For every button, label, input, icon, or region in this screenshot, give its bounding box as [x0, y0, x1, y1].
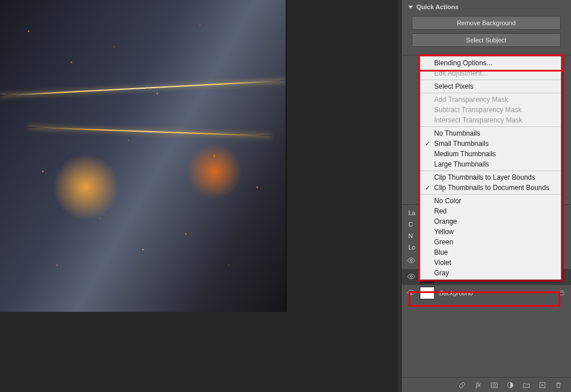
menu-item-clip-thumbnails-to-document-bounds[interactable]: Clip Thumbnails to Document Bounds [420, 183, 561, 193]
new-layer-icon[interactable] [538, 381, 547, 390]
layer-thumbnail[interactable] [420, 287, 435, 299]
canvas-area [0, 0, 398, 392]
delete-icon[interactable] [554, 381, 563, 390]
select-subject-button[interactable]: Select Subject [412, 33, 561, 47]
menu-item-red[interactable]: Red [420, 206, 561, 216]
svg-point-0 [410, 259, 412, 262]
menu-item-blue[interactable]: Blue [420, 247, 561, 258]
svg-point-5 [493, 383, 496, 386]
svg-rect-4 [491, 382, 498, 387]
menu-item-medium-thumbnails[interactable]: Medium Thumbnails [420, 149, 561, 159]
layer-context-menu[interactable]: Blending Options...Edit Adjustment...Sel… [420, 56, 561, 280]
menu-item-intersect-transparency-mask: Intersect Transparency Mask [420, 115, 561, 125]
quick-actions-panel: Quick Actions Remove Background Select S… [401, 0, 571, 56]
layer-row-background[interactable]: Background [401, 285, 571, 301]
svg-point-2 [410, 291, 412, 294]
visibility-toggle-icon[interactable] [407, 288, 415, 298]
collapse-icon[interactable] [408, 6, 413, 9]
lock-icon [558, 289, 565, 298]
visibility-toggle-icon[interactable] [407, 272, 415, 282]
layers-panel-footer: fx [401, 377, 571, 392]
adjustment-layer-icon[interactable] [506, 381, 515, 390]
menu-item-select-pixels[interactable]: Select Pixels [420, 81, 561, 92]
menu-item-edit-adjustment: Edit Adjustment... [420, 68, 561, 78]
layer-mask-icon[interactable] [490, 381, 499, 390]
layers-tab-clipped[interactable]: La [408, 209, 414, 216]
menu-item-yellow[interactable]: Yellow [420, 227, 561, 237]
quick-actions-title: Quick Actions [416, 3, 459, 10]
menu-item-clip-thumbnails-to-layer-bounds[interactable]: Clip Thumbnails to Layer Bounds [420, 172, 561, 183]
visibility-toggle-icon[interactable] [407, 256, 415, 266]
remove-background-button[interactable]: Remove Background [412, 16, 561, 30]
menu-item-large-thumbnails[interactable]: Large Thumbnails [420, 159, 561, 169]
svg-point-1 [410, 275, 412, 278]
menu-item-subtract-transparency-mask: Subtract Transparency Mask [420, 105, 561, 115]
svg-rect-3 [560, 292, 564, 295]
fx-icon[interactable]: fx [474, 381, 483, 390]
layer-name[interactable]: Background [439, 290, 473, 296]
menu-item-blending-options[interactable]: Blending Options... [420, 58, 561, 68]
menu-item-gray[interactable]: Gray [420, 268, 561, 278]
menu-item-green[interactable]: Green [420, 237, 561, 247]
document-canvas[interactable] [0, 0, 286, 312]
link-layers-icon[interactable] [458, 381, 467, 390]
menu-item-orange[interactable]: Orange [420, 216, 561, 227]
menu-item-small-thumbnails[interactable]: Small Thumbnails [420, 138, 561, 149]
group-icon[interactable] [522, 381, 531, 390]
menu-item-add-transparency-mask: Add Transparency Mask [420, 94, 561, 105]
menu-item-no-color[interactable]: No Color [420, 196, 561, 206]
menu-item-no-thumbnails[interactable]: No Thumbnails [420, 128, 561, 138]
menu-item-violet[interactable]: Violet [420, 258, 561, 268]
